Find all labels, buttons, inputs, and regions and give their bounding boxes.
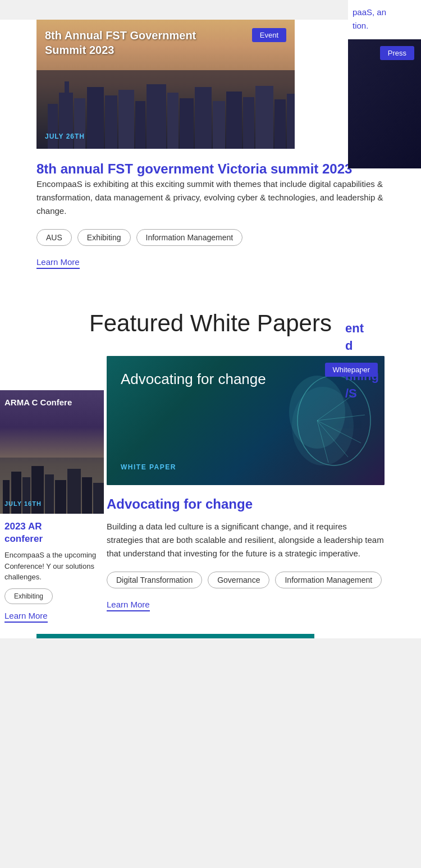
svg-rect-7 bbox=[118, 90, 134, 149]
svg-rect-28 bbox=[3, 480, 10, 514]
svg-rect-13 bbox=[213, 101, 225, 149]
svg-rect-9 bbox=[147, 84, 166, 149]
article2-description: EncompaaS a the upcoming Conference! Y o… bbox=[4, 550, 99, 583]
article2-title-line2: conferer bbox=[4, 533, 43, 544]
article2-title: 2023 AR conferer bbox=[4, 520, 99, 545]
article1-tag-aus[interactable]: AUS bbox=[36, 229, 72, 246]
right-overflow-ent: ent bbox=[345, 320, 418, 337]
article2-image-title: ARMA C Confere bbox=[4, 397, 72, 408]
svg-rect-35 bbox=[82, 477, 92, 514]
svg-rect-34 bbox=[67, 469, 81, 514]
article2-body: 2023 AR conferer EncompaaS a the upcomin… bbox=[0, 514, 104, 629]
article2-image-date: JULY 16TH bbox=[4, 500, 42, 507]
article1-event-badge: Event bbox=[252, 28, 286, 42]
svg-rect-18 bbox=[287, 94, 295, 149]
whitepaper-title[interactable]: Advocating for change bbox=[107, 496, 385, 512]
whitepaper-image-title: Advocating for change bbox=[121, 370, 266, 389]
whitepaper-tag-infomgmt[interactable]: Information Management bbox=[275, 572, 382, 588]
svg-rect-33 bbox=[55, 480, 66, 514]
article2-learn-container: Learn More bbox=[4, 611, 99, 623]
whitepaper-image-subtitle: WHITE PAPER bbox=[121, 463, 176, 471]
right-overflow-nning: nning bbox=[345, 368, 418, 385]
right-clipped-card: Press bbox=[348, 39, 421, 168]
svg-rect-3 bbox=[74, 98, 85, 149]
svg-rect-17 bbox=[274, 99, 286, 149]
whitepaper-tag-governance[interactable]: Governance bbox=[208, 572, 269, 588]
svg-rect-15 bbox=[243, 97, 254, 149]
article1-tag-infomgmt[interactable]: Information Management bbox=[136, 229, 243, 246]
svg-rect-16 bbox=[255, 86, 273, 149]
article1-badge-container: Event bbox=[252, 28, 286, 42]
article1-tags: AUS Exhibiting Information Management bbox=[36, 229, 385, 246]
right-overflow-line1: paaS, an bbox=[353, 7, 386, 17]
whitepaper-description: Building a data led culture is a signifi… bbox=[107, 520, 385, 560]
right-overflow-top: paaS, an tion. bbox=[348, 0, 421, 38]
article2-title-line1: 2023 AR bbox=[4, 521, 42, 532]
right-card-press-badge: Press bbox=[380, 46, 414, 60]
right-overflow-line2: tion. bbox=[353, 21, 368, 30]
svg-rect-8 bbox=[135, 101, 145, 149]
svg-rect-1 bbox=[48, 104, 58, 149]
article1-image: 8th Annual FST Government Summit 2023 JU… bbox=[36, 20, 295, 149]
svg-rect-36 bbox=[93, 483, 104, 514]
right-overflow-bottom: nning /S bbox=[345, 368, 418, 403]
article2-learn-more[interactable]: Learn More bbox=[4, 611, 48, 623]
article1-image-date: JULY 26TH bbox=[45, 133, 85, 140]
featured-title: Featured White Papers bbox=[56, 308, 365, 339]
article1-description: EncompaaS is exhibiting at this exciting… bbox=[36, 177, 385, 218]
svg-rect-5 bbox=[65, 81, 69, 93]
svg-rect-6 bbox=[105, 95, 117, 149]
article1-image-title: 8th Annual FST Government Summit 2023 bbox=[45, 28, 202, 57]
whitepaper-body: Advocating for change Building a data le… bbox=[107, 485, 385, 623]
whitepaper-image: Advocating for change WHITE PAPER Whitep… bbox=[107, 356, 385, 485]
right-overflow-d: d bbox=[345, 337, 418, 355]
whitepaper-tags: Digital Transformation Governance Inform… bbox=[107, 572, 385, 588]
svg-rect-30 bbox=[22, 477, 30, 514]
svg-rect-14 bbox=[226, 92, 242, 149]
svg-rect-4 bbox=[87, 87, 104, 149]
svg-rect-29 bbox=[11, 472, 21, 514]
right-card-badge-container: Press bbox=[380, 46, 414, 60]
article2-image: ARMA C Confere JULY 16TH bbox=[0, 390, 104, 514]
article1-image-wrapper: 8th Annual FST Government Summit 2023 JU… bbox=[36, 20, 295, 149]
page-wrapper: paaS, an tion. bbox=[0, 0, 421, 868]
right-overflow-mid: ent d bbox=[345, 320, 418, 355]
right-overflow-slash-s: /S bbox=[345, 385, 418, 403]
whitepaper-card-area: Advocating for change WHITE PAPER Whitep… bbox=[107, 356, 385, 634]
svg-rect-12 bbox=[195, 87, 212, 149]
svg-point-21 bbox=[292, 387, 354, 465]
svg-rect-10 bbox=[167, 93, 179, 149]
whitepaper-learn-more[interactable]: Learn More bbox=[107, 600, 150, 611]
svg-rect-2 bbox=[59, 93, 73, 149]
bottom-teal-bar bbox=[36, 634, 314, 638]
whitepaper-tag-digital[interactable]: Digital Transformation bbox=[107, 572, 202, 588]
article1-title[interactable]: 8th annual FST government Victoria summi… bbox=[36, 161, 352, 176]
article2-card: ARMA C Confere JULY 16TH 2023 AR confere… bbox=[0, 390, 104, 629]
svg-rect-11 bbox=[180, 98, 194, 149]
article1-learn-more[interactable]: Learn More bbox=[36, 257, 80, 269]
article2-tag[interactable]: Exhibiting bbox=[4, 588, 53, 604]
svg-rect-32 bbox=[45, 474, 54, 514]
article1-tag-exhibiting[interactable]: Exhibiting bbox=[77, 229, 131, 246]
